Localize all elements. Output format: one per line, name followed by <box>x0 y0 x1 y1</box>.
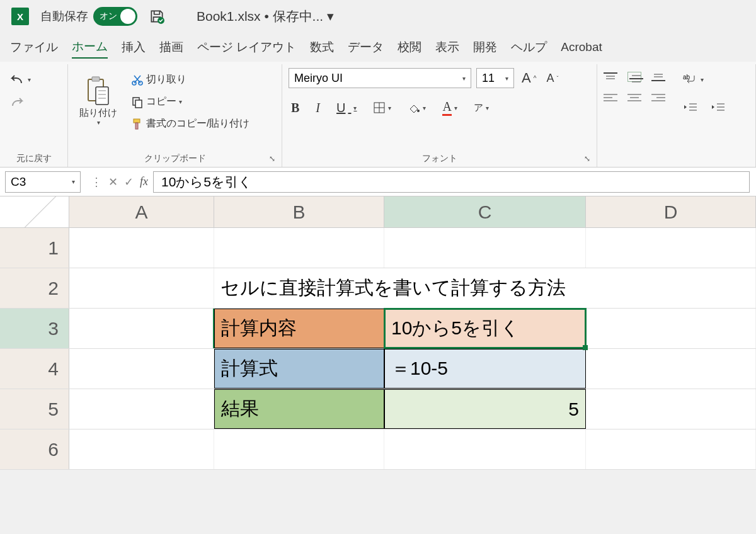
borders-button[interactable]: ▾ <box>370 100 394 115</box>
cell-a5[interactable] <box>69 389 214 429</box>
cell-b6[interactable] <box>214 429 384 469</box>
chevron-down-icon: ▾ <box>28 76 31 83</box>
title-bar: X 自動保存 オン Book1.xlsx • 保存中... ▾ <box>0 0 756 33</box>
tab-formulas[interactable]: 数式 <box>310 37 334 58</box>
tab-developer[interactable]: 開発 <box>473 37 497 58</box>
cell-b4[interactable]: 計算式 <box>214 349 384 389</box>
bold-button[interactable]: B <box>289 99 302 116</box>
ribbon: ▾ 元に戻す 貼り付け ▾ 切り取り コピー <box>0 62 756 168</box>
fill-color-button[interactable]: ▾ <box>405 100 428 115</box>
cell-d4[interactable] <box>586 349 756 389</box>
font-name-dropdown[interactable]: Meiryo UI▾ <box>289 68 471 88</box>
cell-b5[interactable]: 結果 <box>214 389 384 429</box>
formula-input[interactable]: 10から5を引く <box>153 171 750 193</box>
paste-button[interactable]: 貼り付け ▾ <box>74 74 122 127</box>
font-group-label: フォント⤡ <box>289 153 590 166</box>
cell-c6[interactable] <box>384 429 586 469</box>
copy-button[interactable]: コピー ▾ <box>129 94 252 110</box>
align-bottom-button[interactable] <box>651 72 665 82</box>
phonetic-button[interactable]: ア▾ <box>471 101 491 115</box>
cell-c1[interactable] <box>384 228 586 268</box>
tab-acrobat[interactable]: Acrobat <box>561 38 602 57</box>
cut-button[interactable]: 切り取り <box>129 72 252 88</box>
row-header-4[interactable]: 4 <box>0 349 69 389</box>
shrink-font-button[interactable]: Aˇ <box>544 68 561 88</box>
chevron-down-icon: ▾ <box>97 119 100 126</box>
italic-button[interactable]: I <box>313 99 323 116</box>
align-top-button[interactable] <box>604 72 617 82</box>
cell-a2[interactable] <box>69 268 214 308</box>
tab-home[interactable]: ホーム <box>72 36 108 59</box>
align-left-button[interactable] <box>604 93 617 103</box>
format-painter-button[interactable]: 書式のコピー/貼り付け <box>129 116 252 132</box>
name-box[interactable]: C3▾ <box>5 171 81 193</box>
col-header-a[interactable]: A <box>69 196 214 227</box>
row-header-6[interactable]: 6 <box>0 429 69 469</box>
cell-c5[interactable]: 5 <box>384 389 586 429</box>
cell-a4[interactable] <box>69 349 214 389</box>
chevron-down-icon: ▾ <box>179 98 182 105</box>
tab-review[interactable]: 校閲 <box>398 37 421 58</box>
cell-d1[interactable] <box>586 228 756 268</box>
row-header-2[interactable]: 2 <box>0 268 69 308</box>
tab-insert[interactable]: 挿入 <box>122 37 146 58</box>
tab-data[interactable]: データ <box>348 37 384 58</box>
clipboard-group-label: クリップボード⤡ <box>74 153 275 166</box>
svg-rect-12 <box>135 123 138 129</box>
cell-b1[interactable] <box>214 228 384 268</box>
svg-rect-2 <box>92 77 100 81</box>
svg-point-16 <box>417 110 420 112</box>
grow-font-button[interactable]: A^ <box>519 68 539 88</box>
row-header-5[interactable]: 5 <box>0 389 69 429</box>
svg-rect-3 <box>96 87 108 105</box>
document-title[interactable]: Book1.xlsx • 保存中... ▾ <box>197 8 334 25</box>
cell-a1[interactable] <box>69 228 214 268</box>
undo-button[interactable]: ▾ <box>6 72 33 87</box>
dialog-launcher-icon[interactable]: ⤡ <box>269 154 275 163</box>
svg-rect-10 <box>135 100 142 108</box>
formula-bar: C3▾ ⋮ ✕ ✓ fx 10から5を引く <box>0 168 756 196</box>
cell-b2[interactable]: セルに直接計算式を書いて計算する方法 <box>214 268 756 308</box>
row-header-3[interactable]: 3 <box>0 309 69 348</box>
autosave-label: 自動保存 <box>40 8 88 25</box>
col-header-b[interactable]: B <box>214 196 384 227</box>
row-header-1[interactable]: 1 <box>0 228 69 268</box>
align-center-button[interactable] <box>627 93 641 103</box>
cell-d3[interactable] <box>586 309 756 348</box>
redo-button[interactable] <box>6 94 28 110</box>
tab-help[interactable]: ヘルプ <box>511 37 547 58</box>
enter-icon[interactable]: ✓ <box>124 175 134 189</box>
worksheet-grid[interactable]: A B C D 1 2 セルに直接計算式を書いて計算する方法 3 計算内容 10… <box>0 196 756 470</box>
ribbon-tabs: ファイル ホーム 挿入 描画 ページ レイアウト 数式 データ 校閲 表示 開発… <box>0 33 756 62</box>
col-header-d[interactable]: D <box>586 196 756 227</box>
col-header-c[interactable]: C <box>384 196 586 227</box>
fx-icon[interactable]: fx <box>140 175 148 188</box>
align-middle-button[interactable] <box>627 72 641 82</box>
font-size-dropdown[interactable]: 11▾ <box>476 68 514 88</box>
tab-file[interactable]: ファイル <box>10 37 58 58</box>
tab-view[interactable]: 表示 <box>435 37 459 58</box>
svg-rect-11 <box>134 119 140 123</box>
cell-c3[interactable]: 10から5を引く <box>384 309 586 348</box>
cell-d5[interactable] <box>586 389 756 429</box>
tab-layout[interactable]: ページ レイアウト <box>197 37 296 58</box>
select-all-corner[interactable] <box>0 196 69 227</box>
cell-c4[interactable]: ＝10-5 <box>384 349 586 389</box>
excel-app-icon: X <box>11 8 29 25</box>
underline-button[interactable]: U ▾ <box>334 99 359 116</box>
cancel-icon[interactable]: ✕ <box>108 175 118 189</box>
font-color-button[interactable]: A▾ <box>440 98 459 117</box>
undo-group-label: 元に戻す <box>6 153 61 166</box>
dialog-launcher-icon[interactable]: ⤡ <box>584 154 590 163</box>
wrap-text-button[interactable]: ab▾ <box>680 72 727 87</box>
cell-b3[interactable]: 計算内容 <box>214 309 384 348</box>
increase-indent-button[interactable] <box>708 101 727 113</box>
cell-a3[interactable] <box>69 309 214 348</box>
save-icon[interactable] <box>149 8 165 25</box>
tab-draw[interactable]: 描画 <box>159 37 183 58</box>
cell-d6[interactable] <box>586 429 756 469</box>
cell-a6[interactable] <box>69 429 214 469</box>
decrease-indent-button[interactable] <box>680 101 699 113</box>
align-right-button[interactable] <box>651 93 665 103</box>
autosave-toggle[interactable]: オン <box>93 7 137 26</box>
